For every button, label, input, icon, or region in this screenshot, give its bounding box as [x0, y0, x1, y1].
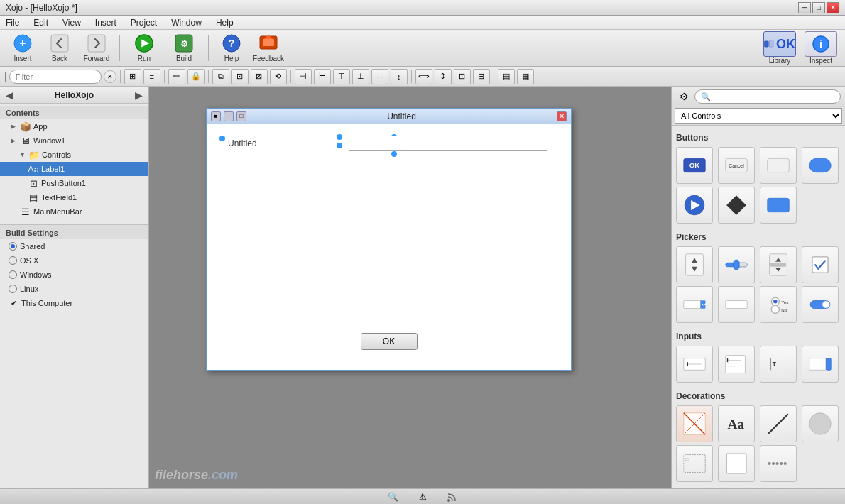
- feedback-button[interactable]: Feedback: [251, 33, 285, 64]
- center-canvas[interactable]: filehorse.com ■ _ □ Untitled ✕ Untitled: [149, 87, 671, 488]
- ctrl-date[interactable]: [718, 286, 755, 323]
- ctrl-generic-button[interactable]: [760, 147, 797, 184]
- nav-next[interactable]: ▶: [135, 89, 143, 101]
- ctrl-toggle-switch[interactable]: [802, 286, 839, 323]
- insert-button[interactable]: + Insert: [6, 33, 40, 64]
- library-button[interactable]: OK Library: [761, 31, 798, 65]
- dialog-close-button[interactable]: ✕: [557, 111, 567, 121]
- right-search-input[interactable]: [694, 89, 841, 104]
- run-icon: [134, 33, 154, 53]
- tree-item-app[interactable]: ▶ 📦 App: [0, 119, 148, 133]
- edit-btn-1[interactable]: ⊞: [124, 69, 141, 84]
- menu-file[interactable]: File: [3, 16, 22, 29]
- minimize-button[interactable]: ─: [798, 2, 811, 13]
- svg-point-40: [771, 305, 779, 313]
- tree-item-mainmenubar[interactable]: ☰ MainMenuBar: [0, 204, 148, 219]
- ctrl-slider[interactable]: [718, 246, 755, 283]
- tree-item-window1[interactable]: ▶ 🖥 Window1: [0, 133, 148, 148]
- edit-btn-5[interactable]: ⊡: [231, 69, 249, 84]
- status-search-icon[interactable]: 🔍: [386, 491, 399, 503]
- forward-button[interactable]: Forward: [80, 33, 114, 64]
- ctrl-group[interactable]: □: [676, 445, 713, 482]
- dialog-btn-1[interactable]: ■: [211, 111, 221, 121]
- chart-btn-1[interactable]: ▤: [498, 69, 515, 84]
- all-controls-dropdown[interactable]: All Controls: [675, 108, 842, 124]
- ctrl-cancel-button[interactable]: Cancel: [718, 147, 755, 184]
- filter-input[interactable]: [9, 70, 102, 84]
- size-btn-3[interactable]: ⊡: [454, 69, 471, 84]
- help-button[interactable]: ? Help: [214, 33, 249, 64]
- menu-view[interactable]: View: [60, 16, 84, 29]
- ctrl-stepper[interactable]: [802, 346, 839, 383]
- tb2-sep3: [208, 70, 209, 83]
- ctrl-combo[interactable]: [676, 286, 713, 323]
- dialog-ok-button[interactable]: OK: [361, 333, 418, 350]
- align-btn-3[interactable]: ⊤: [333, 69, 350, 84]
- build-item-osx[interactable]: OS X: [0, 253, 148, 268]
- align-btn-2[interactable]: ⊢: [314, 69, 331, 84]
- ctrl-line[interactable]: [760, 405, 797, 442]
- back-button[interactable]: Back: [43, 33, 77, 64]
- edit-btn-copy[interactable]: ⧉: [212, 69, 229, 84]
- menu-insert[interactable]: Insert: [92, 16, 119, 29]
- filter-clear-button[interactable]: ✕: [104, 70, 116, 83]
- size-btn-2[interactable]: ⇕: [435, 69, 452, 84]
- align-btn-5[interactable]: ↔: [371, 69, 388, 84]
- svg-rect-54: [809, 358, 827, 371]
- ctrl-box[interactable]: [718, 445, 755, 482]
- align-btn-6[interactable]: ↕: [391, 69, 408, 84]
- run-button[interactable]: Run: [126, 33, 163, 64]
- edit-btn-6[interactable]: ⊠: [251, 69, 268, 84]
- edit-btn-pencil[interactable]: ✏: [168, 69, 185, 84]
- ctrl-textfield[interactable]: [676, 346, 713, 383]
- ctrl-label-deco[interactable]: Aa: [718, 405, 755, 442]
- size-btn-1[interactable]: ⟺: [415, 69, 432, 84]
- dialog-textfield[interactable]: [349, 136, 547, 151]
- menu-help[interactable]: Help: [213, 16, 236, 29]
- dialog-btn-2[interactable]: _: [224, 111, 234, 121]
- edit-btn-lock[interactable]: 🔒: [187, 69, 205, 84]
- menu-project[interactable]: Project: [128, 16, 160, 29]
- gear-icon[interactable]: ⚙: [676, 89, 692, 104]
- ctrl-radio[interactable]: YesNo: [760, 286, 797, 323]
- ctrl-checkbox[interactable]: [802, 246, 839, 283]
- ctrl-canvas[interactable]: [676, 405, 713, 442]
- tree-item-label1[interactable]: Aa Label1: [0, 162, 148, 176]
- ctrl-ok-button[interactable]: OK: [676, 147, 713, 184]
- ctrl-play-button[interactable]: [676, 187, 713, 224]
- menu-edit[interactable]: Edit: [31, 16, 51, 29]
- buttons-section-title: Buttons: [676, 130, 841, 147]
- edit-btn-7[interactable]: ⟲: [270, 69, 287, 84]
- tree-item-controls[interactable]: ▼ 📁 Controls: [0, 148, 148, 162]
- size-btn-4[interactable]: ⊞: [473, 69, 490, 84]
- status-rss-icon[interactable]: [446, 491, 459, 503]
- ctrl-stop-button[interactable]: [718, 187, 755, 224]
- ctrl-toggle-button[interactable]: [760, 187, 797, 224]
- ctrl-default-button[interactable]: [802, 147, 839, 184]
- align-btn-4[interactable]: ⊥: [352, 69, 369, 84]
- ctrl-updown[interactable]: [676, 246, 713, 283]
- ctrl-oval[interactable]: [802, 405, 839, 442]
- ctrl-label-input[interactable]: T: [760, 346, 797, 383]
- build-item-this-computer[interactable]: ✔ This Computer: [0, 296, 148, 310]
- align-btn-1[interactable]: ⊣: [295, 69, 312, 84]
- ctrl-scroll[interactable]: [760, 246, 797, 283]
- nav-prev[interactable]: ◀: [6, 89, 13, 101]
- tree-item-textfield1[interactable]: ▤ TextField1: [0, 190, 148, 204]
- tb2-sep1: [120, 70, 121, 83]
- build-item-windows[interactable]: Windows: [0, 268, 148, 282]
- ctrl-separator[interactable]: [760, 445, 797, 482]
- dialog-btn-3[interactable]: □: [236, 111, 246, 121]
- inspect-button[interactable]: i Inspect: [802, 31, 839, 65]
- build-button[interactable]: ⚙ Build: [165, 33, 202, 64]
- ctrl-multiline[interactable]: [718, 346, 755, 383]
- menu-window[interactable]: Window: [168, 16, 205, 29]
- close-button[interactable]: ✕: [827, 2, 839, 13]
- tree-item-pushbutton1[interactable]: ⊡ PushButton1: [0, 176, 148, 190]
- status-warning-icon[interactable]: ⚠: [416, 491, 429, 503]
- chart-btn-2[interactable]: ▦: [517, 69, 534, 84]
- edit-btn-2[interactable]: ≡: [143, 69, 160, 84]
- maximize-button[interactable]: □: [812, 2, 825, 13]
- build-item-linux[interactable]: Linux: [0, 282, 148, 296]
- build-item-shared[interactable]: Shared: [0, 239, 148, 253]
